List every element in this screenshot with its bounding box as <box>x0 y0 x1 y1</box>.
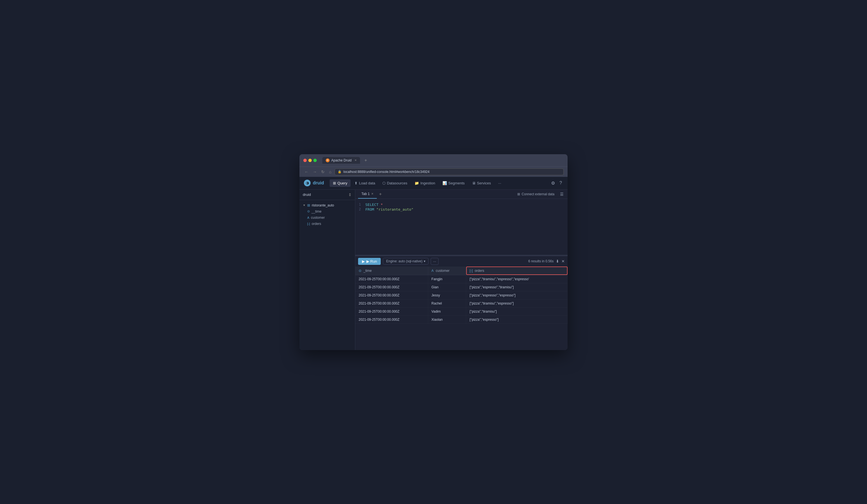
new-tab-button[interactable]: + <box>363 158 369 163</box>
table-row[interactable]: 2021-09-25T00:00:00.000ZJessy["pizza","e… <box>355 291 568 299</box>
cell-customer: Gian <box>428 283 466 291</box>
cell-time: 2021-09-25T00:00:00.000Z <box>355 315 428 323</box>
sidebar-tree: ▼ ▤ ristorante_auto ⊙ __time A customer … <box>299 200 355 229</box>
nav-item-ingestion[interactable]: 📁 Ingestion <box>411 179 439 187</box>
tree-item-customer[interactable]: A customer <box>299 215 355 221</box>
cell-time: 2021-09-25T00:00:00.000Z <box>355 291 428 299</box>
browser-window: D Apache Druid ✕ + ← → ↻ ⌂ 🔒 localhost:8… <box>299 154 568 350</box>
query-toolbar: ▶ ▶ Run Engine: auto (sql-native) ▾ ··· … <box>355 256 568 267</box>
sidebar-expand-icon[interactable]: ⇕ <box>348 193 352 197</box>
column-header-customer[interactable]: A customer <box>428 267 466 275</box>
home-button[interactable]: ⌂ <box>328 169 332 175</box>
cell-customer: Vadim <box>428 307 466 315</box>
nav-label-ingestion: Ingestion <box>420 181 435 185</box>
nav-item-more[interactable]: ··· <box>495 179 504 187</box>
cell-time: 2021-09-25T00:00:00.000Z <box>355 299 428 307</box>
table-row[interactable]: 2021-09-25T00:00:00.000ZVadim["pizza","t… <box>355 307 568 315</box>
cell-orders: ["pizza","tiramisu","espresso","espresso… <box>466 275 568 283</box>
tabs-bar: Tab 1 ✕ + ⊞ Connect external data ☰ <box>355 190 568 199</box>
table-header-row: ⊙ _time A customer [-] orders <box>355 267 568 275</box>
fullscreen-window-button[interactable] <box>313 159 317 162</box>
editor-line-2: 2 FROM "ristorante_auto" <box>355 207 568 212</box>
select-keyword: SELECT <box>365 203 378 207</box>
engine-selector[interactable]: Engine: auto (sql-native) ▾ <box>383 258 428 265</box>
engine-label: Engine: auto (sql-native) <box>386 259 422 263</box>
time-column-icon: ⊙ <box>307 210 310 213</box>
add-tab-button[interactable]: + <box>377 192 384 197</box>
nav-item-load-data[interactable]: ⬆ Load data <box>351 179 378 187</box>
column-header-orders[interactable]: [-] orders <box>466 267 568 275</box>
download-results-button[interactable]: ⬇ <box>556 259 559 264</box>
cell-orders: ["pizza","espresso","espresso"] <box>466 291 568 299</box>
editor-menu-button[interactable]: ☰ <box>559 191 565 197</box>
connect-external-button[interactable]: ⊞ Connect external data <box>515 191 557 197</box>
tab-close-icon[interactable]: ✕ <box>371 192 373 195</box>
table-row[interactable]: 2021-09-25T00:00:00.000ZFangjin["pizza",… <box>355 275 568 283</box>
from-keyword: FROM <box>365 207 374 212</box>
browser-titlebar: D Apache Druid ✕ + <box>299 154 568 167</box>
col-label-orders: orders <box>474 269 484 273</box>
close-window-button[interactable] <box>303 159 307 162</box>
results-table-container[interactable]: ⊙ _time A customer [-] orders <box>355 267 568 350</box>
tree-item-orders[interactable]: [-] orders <box>299 221 355 227</box>
sql-editor[interactable]: 1 SELECT * 2 FROM "ristorante_auto" <box>355 199 568 255</box>
tab-favicon: D <box>326 158 330 162</box>
minimize-window-button[interactable] <box>308 159 312 162</box>
cell-orders: ["pizza","tiramisu","espresso"] <box>466 299 568 307</box>
tree-item-ristorante-auto[interactable]: ▼ ▤ ristorante_auto <box>299 202 355 208</box>
tab-close-icon[interactable]: ✕ <box>354 159 357 162</box>
nav-label-segments: Segments <box>448 181 465 185</box>
nav-items: ⊞ Query ⬆ Load data ⬡ Datasources 📁 Inge… <box>330 179 550 187</box>
cell-customer: Jessy <box>428 291 466 299</box>
help-button[interactable]: ? <box>558 179 563 186</box>
app-container: ◑ druid ⊞ Query ⬆ Load data ⬡ Datasource… <box>299 177 568 350</box>
datasources-icon: ⬡ <box>382 181 385 185</box>
results-count: 6 results in 0.56s <box>528 259 554 263</box>
tree-label-time: __time <box>311 210 321 213</box>
editor-area: Tab 1 ✕ + ⊞ Connect external data ☰ <box>355 190 568 350</box>
back-button[interactable]: ← <box>303 169 310 175</box>
sidebar-title: druid <box>303 193 311 197</box>
table-name: "ristorante_auto" <box>376 207 414 212</box>
editor-line-1: 1 SELECT * <box>355 202 568 207</box>
nav-item-datasources[interactable]: ⬡ Datasources <box>379 179 410 187</box>
cell-time: 2021-09-25T00:00:00.000Z <box>355 307 428 315</box>
orders-col-icon: [-] <box>470 269 473 273</box>
forward-button[interactable]: → <box>312 169 318 175</box>
nav-label-query: Query <box>338 181 347 185</box>
browser-tab[interactable]: D Apache Druid ✕ <box>322 157 360 164</box>
cell-customer: Xiaolan <box>428 315 466 323</box>
sidebar-header: druid ⇕ <box>299 190 355 200</box>
array-column-icon: [-] <box>307 222 310 225</box>
tree-expand-arrow: ▼ <box>303 204 306 207</box>
line-content-2: FROM "ristorante_auto" <box>365 207 414 212</box>
table-row[interactable]: 2021-09-25T00:00:00.000ZRachel["pizza","… <box>355 299 568 307</box>
logo-icon: ◑ <box>304 180 311 186</box>
main-layout: druid ⇕ ▼ ▤ ristorante_auto ⊙ __time A <box>299 190 568 350</box>
line-number-2: 2 <box>355 207 365 211</box>
cell-orders: ["pizza","espresso"] <box>466 315 568 323</box>
connect-label: Connect external data <box>522 192 555 196</box>
ingestion-icon: 📁 <box>415 181 419 185</box>
url-text: localhost:8888/unified-console.html#work… <box>343 170 429 174</box>
address-bar[interactable]: 🔒 localhost:8888/unified-console.html#wo… <box>335 169 564 175</box>
connect-icon: ⊞ <box>517 192 520 196</box>
cell-time: 2021-09-25T00:00:00.000Z <box>355 283 428 291</box>
cell-orders: ["pizza","espresso","tiramisu"] <box>466 283 568 291</box>
run-button[interactable]: ▶ ▶ Run <box>358 258 381 265</box>
editor-tab-1[interactable]: Tab 1 ✕ <box>358 190 377 199</box>
close-results-button[interactable]: ✕ <box>561 259 565 264</box>
nav-item-query[interactable]: ⊞ Query <box>330 179 351 187</box>
nav-item-services[interactable]: 🖥 Services <box>469 179 494 187</box>
sidebar: druid ⇕ ▼ ▤ ristorante_auto ⊙ __time A <box>299 190 355 350</box>
column-header-time[interactable]: ⊙ _time <box>355 267 428 275</box>
nav-item-segments[interactable]: 📊 Segments <box>439 179 468 187</box>
tab-label: Tab 1 <box>362 192 370 196</box>
star-symbol: * <box>381 203 383 207</box>
settings-button[interactable]: ⚙ <box>550 179 556 187</box>
tree-item-time[interactable]: ⊙ __time <box>299 208 355 215</box>
table-row[interactable]: 2021-09-25T00:00:00.000ZGian["pizza","es… <box>355 283 568 291</box>
more-options-button[interactable]: ··· <box>431 258 439 265</box>
table-row[interactable]: 2021-09-25T00:00:00.000ZXiaolan["pizza",… <box>355 315 568 323</box>
refresh-button[interactable]: ↻ <box>320 169 326 175</box>
